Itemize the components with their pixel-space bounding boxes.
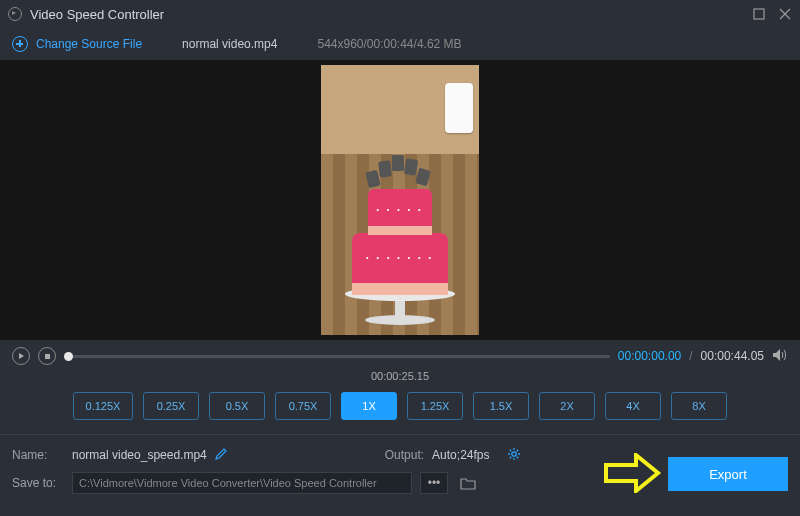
divider <box>0 434 800 435</box>
source-info-bar: Change Source File normal video.mp4 544x… <box>0 28 800 60</box>
seek-head[interactable] <box>64 352 73 361</box>
name-label: Name: <box>12 448 64 462</box>
svg-point-3 <box>512 451 516 455</box>
play-button[interactable] <box>12 347 30 365</box>
volume-icon[interactable] <box>772 348 788 365</box>
change-source-button[interactable]: Change Source File <box>12 36 142 52</box>
time-current: 00:00:00.00 <box>618 349 681 363</box>
output-name-value: normal video_speed.mp4 <box>72 448 207 462</box>
speed-0-5x[interactable]: 0.5X <box>209 392 265 420</box>
speed-1-5x[interactable]: 1.5X <box>473 392 529 420</box>
speed-1x[interactable]: 1X <box>341 392 397 420</box>
close-button[interactable] <box>778 7 792 21</box>
output-format-value: Auto;24fps <box>432 448 489 462</box>
video-preview[interactable]: • • • • •• • • • • • • <box>321 65 479 335</box>
seek-bar[interactable] <box>64 355 610 358</box>
source-meta: 544x960/00:00:44/4.62 MB <box>317 37 461 51</box>
output-label: Output: <box>385 448 424 462</box>
play-icon <box>19 353 24 359</box>
speed-2x[interactable]: 2X <box>539 392 595 420</box>
plus-circle-icon <box>12 36 28 52</box>
ellipsis-icon: ••• <box>428 476 441 490</box>
center-timestamp: 00:00:25.15 <box>0 366 800 390</box>
title-bar: Video Speed Controller <box>0 0 800 28</box>
open-folder-button[interactable] <box>456 472 480 494</box>
saveto-path-input[interactable]: C:\Vidmore\Vidmore Video Converter\Video… <box>72 472 412 494</box>
export-panel: Name: normal video_speed.mp4 Output: Aut… <box>0 443 800 495</box>
video-preview-area: • • • • •• • • • • • • <box>0 60 800 340</box>
time-total: 00:00:44.05 <box>701 349 764 363</box>
maximize-button[interactable] <box>752 7 766 21</box>
export-button[interactable]: Export <box>668 457 788 491</box>
stop-icon <box>45 354 50 359</box>
svg-rect-0 <box>754 9 764 19</box>
browse-path-button[interactable]: ••• <box>420 472 448 494</box>
output-settings-button[interactable] <box>507 447 521 464</box>
playback-controls: 00:00:00.00/00:00:44.05 <box>0 340 800 366</box>
speed-0-125x[interactable]: 0.125X <box>73 392 133 420</box>
source-filename: normal video.mp4 <box>182 37 277 51</box>
speed-0-25x[interactable]: 0.25X <box>143 392 199 420</box>
saveto-label: Save to: <box>12 476 64 490</box>
speed-4x[interactable]: 4X <box>605 392 661 420</box>
speed-8x[interactable]: 8X <box>671 392 727 420</box>
speed-1-25x[interactable]: 1.25X <box>407 392 463 420</box>
app-logo-icon <box>8 7 22 21</box>
speed-selector-row: 0.125X 0.25X 0.5X 0.75X 1X 1.25X 1.5X 2X… <box>0 390 800 434</box>
app-title: Video Speed Controller <box>30 7 164 22</box>
stop-button[interactable] <box>38 347 56 365</box>
change-source-label: Change Source File <box>36 37 142 51</box>
edit-name-button[interactable] <box>215 448 227 463</box>
speed-0-75x[interactable]: 0.75X <box>275 392 331 420</box>
